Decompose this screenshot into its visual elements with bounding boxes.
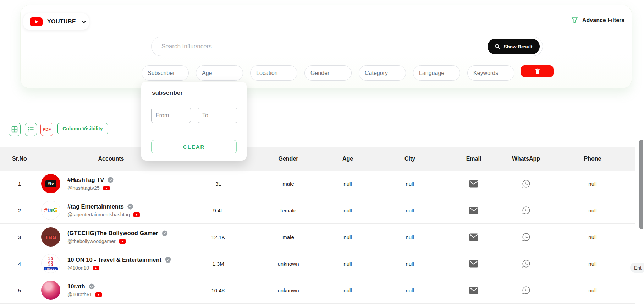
youtube-mini-icon [119, 239, 126, 244]
row-phone: null [550, 181, 635, 187]
row-account-cell: #tv #HashTag TV @hashtagtv25 [39, 174, 181, 193]
account-name[interactable]: #HashTag TV [67, 177, 104, 183]
verified-badge-icon [161, 230, 168, 237]
row-phone: null [550, 234, 635, 240]
filter-pill-language[interactable]: Language [413, 65, 460, 81]
table-row: 5 10rath @10rath61 [0, 277, 635, 304]
show-result-button[interactable]: Show Result [488, 39, 540, 54]
filter-pill-age[interactable]: Age [196, 65, 243, 81]
advance-filters-button[interactable]: Advance Filters [571, 16, 624, 24]
youtube-mini-icon [103, 186, 110, 190]
row-age: null [321, 181, 374, 187]
avatar: #tv [41, 174, 60, 193]
email-icon[interactable] [469, 180, 478, 188]
subscriber-from-input[interactable] [151, 108, 191, 123]
email-icon[interactable] [469, 207, 478, 214]
account-handle[interactable]: @10on10 [67, 265, 89, 271]
row-account-cell: 10rath @10rath61 [39, 281, 181, 300]
account-name[interactable]: 10 ON 10 - Travel & Entertainment [67, 256, 161, 263]
email-icon-cell [445, 207, 502, 214]
subscriber-filter-popup: subscriber CLEAR [141, 82, 247, 161]
row-gender: male [255, 234, 321, 240]
whatsapp-icon-cell [502, 179, 550, 188]
clear-filters-button[interactable] [521, 65, 554, 77]
account-handle[interactable]: @hashtagtv25 [67, 185, 100, 191]
row-subscribers: 12.1K [181, 234, 255, 240]
avatar: #taG [41, 201, 60, 220]
show-result-label: Show Result [503, 44, 532, 49]
account-name[interactable]: #tag Entertainments [67, 203, 124, 210]
table-row: 1 #tv #HashTag TV @hashtagtv25 [0, 171, 635, 197]
header-city: City [374, 156, 445, 162]
email-icon[interactable] [469, 260, 478, 268]
row-srno: 1 [0, 181, 39, 187]
verified-badge-icon [107, 177, 114, 183]
pdf-export-button[interactable]: PDF [40, 123, 53, 136]
email-icon[interactable] [469, 287, 478, 294]
grid-view-button[interactable] [9, 123, 21, 136]
row-city: null [374, 287, 445, 293]
popup-title: subscriber [152, 90, 183, 97]
list-icon [28, 126, 34, 133]
whatsapp-icon-cell [502, 286, 550, 295]
column-visibility-button[interactable]: Column Visibility [57, 123, 108, 134]
account-name[interactable]: (GTECHG)The Bollywood Gamer [67, 230, 158, 237]
row-srno: 2 [0, 207, 39, 214]
verified-badge-icon [88, 283, 95, 290]
youtube-mini-icon [133, 212, 140, 217]
row-age: null [321, 234, 374, 240]
row-city: null [374, 181, 445, 187]
row-account-cell: TBG (GTECHG)The Bollywood Gamer @theboll… [39, 227, 181, 247]
list-view-button[interactable] [25, 123, 37, 136]
avatar: 10ON10TRAVEL [41, 254, 60, 273]
header-srno: Sr.No [0, 156, 39, 162]
vertical-scrollbar-thumb[interactable] [639, 140, 643, 229]
row-age: null [321, 287, 374, 293]
email-icon-cell [445, 260, 502, 268]
table-row: 3 TBG (GTECHG)The Bollywood Gamer @thebo… [0, 224, 635, 250]
platform-selector[interactable]: YOUTUBE [23, 13, 89, 30]
row-phone: null [550, 207, 635, 214]
whatsapp-icon[interactable] [522, 259, 530, 268]
whatsapp-icon[interactable] [522, 233, 530, 241]
email-icon[interactable] [469, 233, 478, 241]
filter-pill-category[interactable]: Category [359, 65, 406, 81]
youtube-mini-icon [93, 266, 99, 270]
account-handle[interactable]: @10rath61 [67, 292, 92, 297]
table-body: 1 #tv #HashTag TV @hashtagtv25 [0, 171, 635, 304]
search-icon [495, 44, 500, 49]
row-gender: unknown [255, 261, 321, 267]
whatsapp-icon[interactable] [522, 286, 530, 295]
account-handle[interactable]: @thebollywoodgamer [67, 238, 116, 244]
email-icon-cell [445, 233, 502, 241]
row-city: null [374, 234, 445, 240]
row-subscribers: 1.3M [181, 261, 255, 267]
row-srno: 4 [0, 261, 39, 267]
row-phone: null [550, 261, 635, 267]
whatsapp-icon[interactable] [522, 206, 530, 215]
row-city: null [374, 207, 445, 214]
trash-icon [535, 68, 540, 74]
whatsapp-icon[interactable] [522, 179, 530, 188]
filter-pills: Subscriber Age Location Gender Category … [142, 65, 514, 81]
row-city: null [374, 261, 445, 267]
subscriber-to-input[interactable] [198, 108, 237, 123]
verified-badge-icon [165, 256, 171, 263]
account-handle[interactable]: @tagentertainmentshashtag [67, 212, 130, 217]
table-row: 2 #taG #tag Entertainments @tagentertain… [0, 197, 635, 224]
account-name[interactable]: 10rath [67, 283, 85, 290]
table-header-row: Sr.No Accounts Gender Age City Email Wha… [0, 147, 635, 171]
filter-pill-subscriber[interactable]: Subscriber [142, 65, 189, 81]
header-age: Age [321, 156, 374, 162]
search-input[interactable] [152, 37, 543, 56]
youtube-mini-icon [95, 292, 102, 297]
row-subscribers: 3L [181, 181, 255, 187]
filter-pill-keywords[interactable]: Keywords [467, 65, 514, 81]
filter-pill-location[interactable]: Location [250, 65, 297, 81]
whatsapp-icon-cell [502, 233, 550, 241]
clear-button[interactable]: CLEAR [151, 140, 237, 153]
chevron-down-icon [81, 20, 87, 23]
whatsapp-icon-cell [502, 206, 550, 215]
grid-icon [11, 126, 18, 133]
filter-pill-gender[interactable]: Gender [304, 65, 352, 81]
